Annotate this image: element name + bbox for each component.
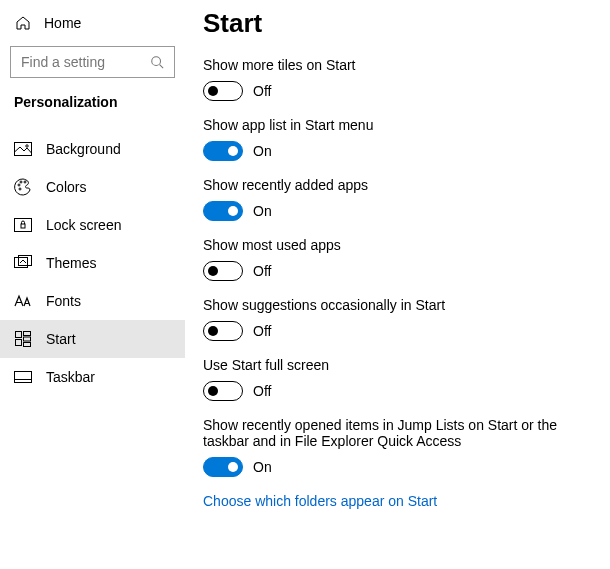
toggle-state: On: [253, 203, 272, 219]
toggle-state: Off: [253, 383, 271, 399]
colors-icon: [14, 178, 32, 196]
sidebar-item-label: Start: [46, 331, 76, 347]
svg-point-4: [18, 184, 20, 186]
sidebar-item-fonts[interactable]: Fonts: [0, 282, 185, 320]
setting-suggestions: Show suggestions occasionally in Start O…: [203, 297, 600, 341]
toggle-state: On: [253, 143, 272, 159]
start-icon: [14, 330, 32, 348]
toggle-jump-lists[interactable]: [203, 457, 243, 477]
sidebar-item-background[interactable]: Background: [0, 130, 185, 168]
setting-label: Show recently opened items in Jump Lists…: [203, 417, 600, 449]
sidebar-item-label: Themes: [46, 255, 97, 271]
setting-show-app-list: Show app list in Start menu On: [203, 117, 600, 161]
home-icon: [14, 14, 32, 32]
lockscreen-icon: [14, 216, 32, 234]
svg-rect-17: [15, 372, 32, 383]
setting-label: Show more tiles on Start: [203, 57, 600, 73]
setting-fullscreen: Use Start full screen Off: [203, 357, 600, 401]
toggle-most-used[interactable]: [203, 261, 243, 281]
svg-point-0: [152, 57, 161, 66]
choose-folders-link[interactable]: Choose which folders appear on Start: [203, 493, 600, 509]
settings-sidebar: Home Personalization Background Colors L…: [0, 0, 185, 569]
svg-rect-16: [24, 343, 31, 347]
sidebar-item-lockscreen[interactable]: Lock screen: [0, 206, 185, 244]
search-box[interactable]: [10, 46, 175, 78]
svg-rect-2: [15, 143, 32, 156]
sidebar-item-label: Taskbar: [46, 369, 95, 385]
setting-recently-added: Show recently added apps On: [203, 177, 600, 221]
setting-most-used: Show most used apps Off: [203, 237, 600, 281]
svg-rect-15: [16, 340, 22, 346]
taskbar-icon: [14, 368, 32, 386]
page-title: Start: [203, 8, 600, 39]
setting-jump-lists: Show recently opened items in Jump Lists…: [203, 417, 600, 477]
main-panel: Start Show more tiles on Start Off Show …: [185, 0, 610, 569]
sidebar-section-title: Personalization: [0, 92, 185, 124]
svg-rect-8: [15, 219, 32, 232]
sidebar-item-themes[interactable]: Themes: [0, 244, 185, 282]
svg-point-5: [20, 181, 22, 183]
toggle-state: Off: [253, 263, 271, 279]
toggle-recently-added[interactable]: [203, 201, 243, 221]
sidebar-item-label: Colors: [46, 179, 86, 195]
sidebar-item-start[interactable]: Start: [0, 320, 185, 358]
setting-label: Show app list in Start menu: [203, 117, 600, 133]
sidebar-item-label: Lock screen: [46, 217, 121, 233]
toggle-show-more-tiles[interactable]: [203, 81, 243, 101]
svg-rect-14: [24, 337, 31, 341]
sidebar-item-label: Background: [46, 141, 121, 157]
svg-rect-9: [21, 224, 25, 228]
svg-rect-12: [16, 332, 22, 338]
home-label: Home: [44, 15, 81, 31]
setting-label: Use Start full screen: [203, 357, 600, 373]
svg-point-6: [24, 181, 26, 183]
toggle-suggestions[interactable]: [203, 321, 243, 341]
sidebar-item-label: Fonts: [46, 293, 81, 309]
home-nav[interactable]: Home: [0, 8, 185, 42]
setting-label: Show suggestions occasionally in Start: [203, 297, 600, 313]
sidebar-item-colors[interactable]: Colors: [0, 168, 185, 206]
svg-rect-13: [24, 332, 31, 336]
sidebar-item-taskbar[interactable]: Taskbar: [0, 358, 185, 396]
toggle-state: Off: [253, 83, 271, 99]
background-icon: [14, 140, 32, 158]
setting-label: Show most used apps: [203, 237, 600, 253]
search-input[interactable]: [19, 53, 139, 71]
svg-point-3: [26, 145, 28, 147]
toggle-state: On: [253, 459, 272, 475]
setting-label: Show recently added apps: [203, 177, 600, 193]
fonts-icon: [14, 292, 32, 310]
toggle-fullscreen[interactable]: [203, 381, 243, 401]
svg-point-7: [19, 188, 21, 190]
search-icon: [148, 53, 166, 71]
themes-icon: [14, 254, 32, 272]
svg-line-1: [160, 65, 164, 69]
setting-show-more-tiles: Show more tiles on Start Off: [203, 57, 600, 101]
toggle-show-app-list[interactable]: [203, 141, 243, 161]
toggle-state: Off: [253, 323, 271, 339]
sidebar-nav-list: Background Colors Lock screen Themes Fon: [0, 124, 185, 396]
